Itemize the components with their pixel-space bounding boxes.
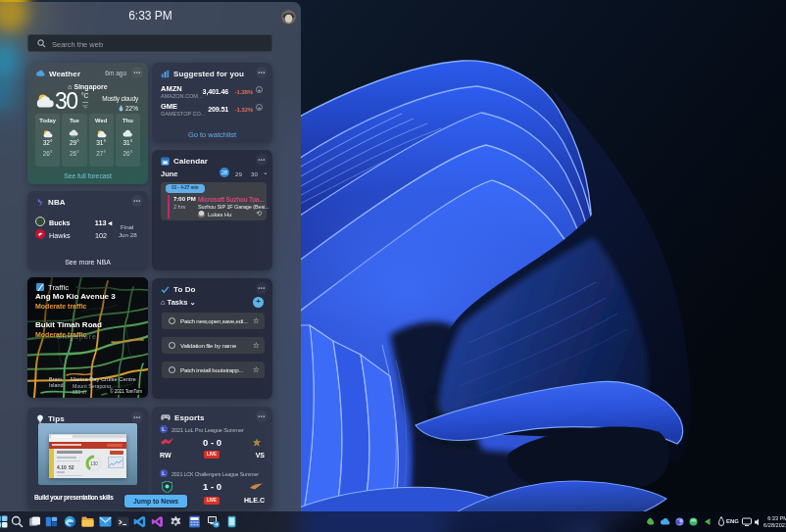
- svg-text:130: 130: [90, 461, 98, 466]
